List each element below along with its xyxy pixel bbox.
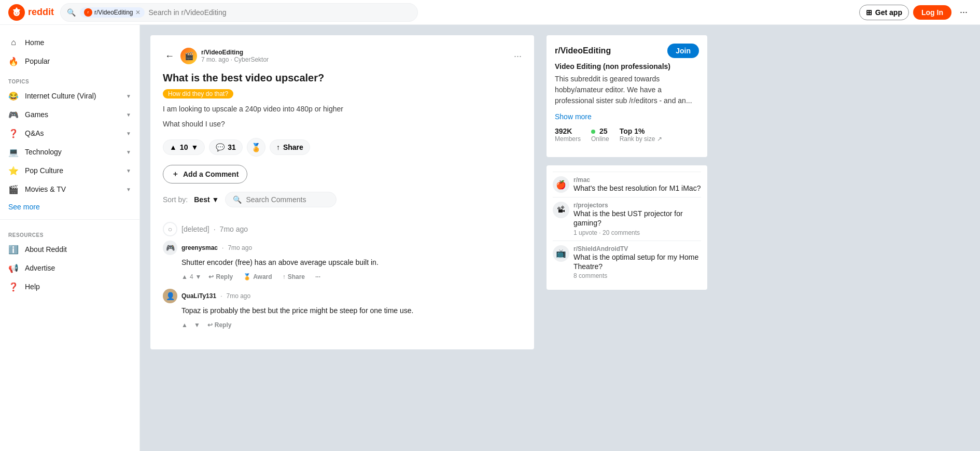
reply-icon: ↩ <box>207 321 213 329</box>
related-post-shield[interactable]: 📺 r/ShieldAndroidTV What is the optimal … <box>553 241 701 284</box>
sidebar-item-technology[interactable]: 💻 Technology ▼ <box>0 143 139 161</box>
rank-label: Rank by size ↗ <box>620 135 662 143</box>
about-reddit-icon: ℹ️ <box>8 244 19 255</box>
related-post-title-projectors: What is the best UST projector for gamin… <box>573 209 701 228</box>
qas-icon: ❓ <box>8 128 19 138</box>
deleted-comment: ○ [deleted] · 7mo ago <box>163 218 522 241</box>
comment-actions-quality131: ▲ ▼ ↩ Reply <box>181 319 522 331</box>
sort-chevron-icon: ▼ <box>212 195 219 204</box>
related-post-projectors[interactable]: 📽 r/projectors What is the best UST proj… <box>553 197 701 240</box>
comments-button[interactable]: 💬 31 <box>209 139 243 155</box>
upvote-button[interactable]: ▲ 10 ▼ <box>163 139 205 155</box>
sidebar-item-movies-tv[interactable]: 🎬 Movies & TV ▼ <box>0 180 139 199</box>
divider <box>0 219 139 220</box>
home-icon: ⌂ <box>8 37 19 48</box>
share-button[interactable]: ↑ Share <box>270 139 310 155</box>
post-time: 7 mo. ago <box>201 56 229 63</box>
comment-header-greenysmac: 🎮 greenysmac · 7mo ago <box>163 241 522 255</box>
chevron-down-icon: ▼ <box>126 112 131 118</box>
award-icon: 🏅 <box>243 273 251 280</box>
reply-button-greenysmac[interactable]: ↩ Reply <box>205 271 236 283</box>
add-comment-button[interactable]: ＋ Add a Comment <box>163 165 247 184</box>
members-value: 392K <box>555 127 581 135</box>
add-icon: ＋ <box>172 170 179 179</box>
award-button[interactable]: 🏅 <box>247 138 265 157</box>
vote-count: 10 <box>180 143 188 151</box>
downvote-icon: ▼ <box>191 143 198 151</box>
subreddit-card-header: r/VideoEditing Join <box>555 44 699 58</box>
online-label: Online <box>591 135 609 143</box>
chevron-down-icon: ▼ <box>126 131 131 136</box>
post-subreddit[interactable]: r/VideoEditing <box>201 49 269 56</box>
content-wrapper: ← 🎬 r/VideoEditing 7 mo. ago · CyberSekt… <box>150 35 773 349</box>
games-icon: 🎮 <box>8 109 19 120</box>
post-area: ← 🎬 r/VideoEditing 7 mo. ago · CyberSekt… <box>150 35 534 349</box>
search-input[interactable] <box>149 8 412 17</box>
subreddit-tag-icon: r <box>84 8 92 17</box>
related-sub-icon-mac: 🍎 <box>553 176 569 193</box>
comments-list: ○ [deleted] · 7mo ago 🎮 greenysmac · 7mo… <box>163 218 522 331</box>
related-post-title-mac: What's the best resolution for M1 iMac? <box>573 184 701 193</box>
reply-button-quality131[interactable]: ↩ Reply <box>204 319 235 331</box>
comment-author-greenysmac[interactable]: greenysmac <box>181 244 218 251</box>
related-post-meta-projectors: 1 upvote · 20 comments <box>573 229 701 236</box>
sidebar-item-games[interactable]: 🎮 Games ▼ <box>0 105 139 124</box>
more-options-button[interactable]: ··· <box>956 5 972 20</box>
share-button-greenysmac[interactable]: ↑ Share <box>279 271 308 283</box>
chevron-down-icon: ▼ <box>126 149 131 155</box>
sidebar-item-qas[interactable]: ❓ Q&As ▼ <box>0 124 139 143</box>
back-button[interactable]: ← <box>163 49 176 64</box>
post-author-time: 7 mo. ago · CyberSektor <box>201 56 269 63</box>
get-app-icon: ⊞ <box>866 8 872 17</box>
join-button[interactable]: Join <box>667 44 699 58</box>
popular-icon: 🔥 <box>8 56 19 66</box>
search-tag[interactable]: r r/VideoEditing ✕ <box>80 7 145 18</box>
qas-label: Q&As <box>25 129 44 137</box>
games-label: Games <box>25 110 48 119</box>
svg-point-1 <box>16 7 18 9</box>
related-sub-name-projectors: r/projectors <box>573 202 701 209</box>
see-more-link[interactable]: See more <box>0 199 139 215</box>
comment-icon: 💬 <box>216 143 225 151</box>
award-icon: 🏅 <box>251 143 261 152</box>
post-flair[interactable]: How did they do that? <box>163 89 233 98</box>
sort-value: Best <box>194 195 209 204</box>
sidebar-item-pop-culture[interactable]: ⭐ Pop Culture ▼ <box>0 161 139 180</box>
remove-tag-icon[interactable]: ✕ <box>135 9 141 16</box>
more-button-greenysmac[interactable]: ··· <box>312 271 324 283</box>
get-app-button[interactable]: ⊞ Get app <box>859 5 909 20</box>
add-comment-label: Add a Comment <box>183 170 239 178</box>
sort-label: Sort by: <box>163 195 188 204</box>
search-comments-input[interactable] <box>246 195 329 204</box>
sort-dropdown[interactable]: Best ▼ <box>194 195 219 204</box>
search-bar[interactable]: 🔍 r r/VideoEditing ✕ <box>60 3 418 22</box>
comment-avatar-quality131: 👤 <box>163 289 177 303</box>
sidebar-item-about-reddit[interactable]: ℹ️ About Reddit <box>0 240 139 259</box>
show-more-link[interactable]: Show more <box>555 112 699 121</box>
award-button-greenysmac[interactable]: 🏅 Award <box>240 271 275 283</box>
sidebar-item-home[interactable]: ⌂ Home <box>0 33 139 52</box>
comment-actions-greenysmac: ▲ 4 ▼ ↩ Reply 🏅 Award <box>181 271 522 283</box>
sidebar-item-popular[interactable]: 🔥 Popular <box>0 52 139 71</box>
sidebar-item-help[interactable]: ❓ Help <box>0 277 139 296</box>
post-more-button[interactable]: ··· <box>514 51 522 62</box>
reddit-logo[interactable]: reddit <box>8 4 54 21</box>
svg-point-3 <box>18 12 19 13</box>
reddit-icon <box>8 4 25 21</box>
comment-search-bar[interactable]: 🔍 <box>225 192 337 207</box>
sidebar-item-internet-culture[interactable]: 😂 Internet Culture (Viral) ▼ <box>0 87 139 105</box>
post-body-line2: What should I use? <box>163 119 522 130</box>
search-tag-label: r/VideoEditing <box>94 9 133 16</box>
sidebar-item-advertise[interactable]: 📢 Advertise <box>0 259 139 277</box>
post-author[interactable]: CyberSektor <box>234 56 269 63</box>
pop-culture-label: Pop Culture <box>25 166 63 175</box>
post-title: What is the best video upscaler? <box>163 71 522 85</box>
comment-author-quality131[interactable]: QuaLiTy131 <box>181 292 216 300</box>
related-post-mac[interactable]: 🍎 r/mac What's the best resolution for M… <box>553 172 701 197</box>
share-icon: ↑ <box>283 273 286 280</box>
comment-upvote-greenysmac[interactable]: ▲ 4 ▼ <box>181 273 201 280</box>
pop-culture-icon: ⭐ <box>8 165 19 176</box>
login-button[interactable]: Log In <box>913 5 951 20</box>
topics-section-title: TOPICS <box>0 71 139 87</box>
comment-upvote-quality131[interactable]: ▲ ▼ <box>181 321 200 329</box>
